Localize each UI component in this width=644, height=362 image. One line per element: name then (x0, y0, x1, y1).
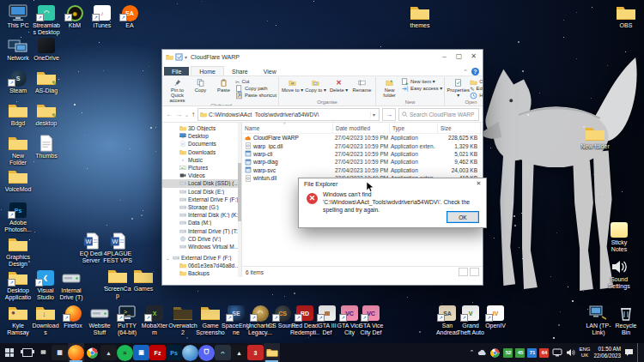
collapse-ribbon-icon[interactable]: ⌃ (463, 69, 468, 75)
desktop-icon-thumbs[interactable]: Thumbs (32, 135, 61, 160)
desktop-icon-visual-studio-code[interactable]: ❮↗Visual Studio Code (31, 269, 60, 302)
tab-view[interactable]: View (256, 67, 284, 75)
desktop-icon-games[interactable]: Games (129, 268, 158, 293)
nav-item-documents[interactable]: Documents (162, 140, 241, 148)
discord-app[interactable]: ᗜ (198, 343, 215, 362)
nav-item-external-drive-f-f[interactable]: ⌄External Drive F (F:) (162, 254, 241, 262)
desktop-icon-ea[interactable]: EA↗EA (115, 4, 144, 29)
network-icon[interactable] (552, 348, 562, 357)
nav-item-backups[interactable]: Backups (162, 269, 241, 277)
forward-icon[interactable]: → (175, 111, 182, 118)
desktop-icon-game-screenshots[interactable]: Game Screenshots (196, 305, 225, 337)
help-icon[interactable]: ? (471, 68, 479, 75)
desktop-icon-new-folder[interactable]: New Folder (3, 135, 33, 166)
desktop-icon-eq-dedi-server-inf[interactable]: WEQ Dedi Server Inf... (76, 232, 106, 265)
start-button[interactable] (0, 343, 19, 362)
paste-button[interactable]: Paste (212, 77, 235, 93)
dark-game-app[interactable]: ▲ (100, 343, 117, 362)
address-bar[interactable]: C:\Windows\AAct_Tools\wdvdriver\a54WDV\ … (197, 108, 380, 121)
photos-app[interactable]: ▣ (133, 343, 149, 362)
desktop-icon-kbm[interactable]: ◉↗KbM (60, 4, 89, 29)
desktop-icon-sticky-notes-classic[interactable]: Sticky Notes (classic) (605, 221, 634, 254)
rename-button[interactable]: Rename (350, 77, 374, 93)
tab-home[interactable]: Home (191, 66, 224, 75)
tray-badge-52[interactable]: 52 (503, 348, 513, 358)
column-header-name[interactable]: ⌃Name (242, 123, 333, 133)
nav-item-pictures[interactable]: Pictures (162, 164, 241, 172)
desktop-icon-overwatch-2-screenshots[interactable]: Overwatch 2 Screenshots (168, 305, 197, 337)
task-view-button[interactable] (19, 343, 35, 362)
desktop-icon-obs[interactable]: OBS (611, 4, 641, 29)
up-icon[interactable]: ↑ (191, 111, 195, 118)
action-center-icon[interactable] (624, 348, 634, 357)
nav-item-data-m[interactable]: Data (M:) (162, 219, 241, 226)
file-row-warp-ipc-dll[interactable]: warp_ipc.dll 27/04/2023 10:59 PM Applica… (242, 142, 483, 149)
nav-item-cd-drive-v[interactable]: CD Drive (V:) (162, 235, 241, 243)
nav-item-storage-g[interactable]: Storage (G:) (162, 203, 241, 211)
desktop-icon-bdgd[interactable]: Bdgd (3, 102, 33, 127)
firefox-app[interactable] (68, 343, 84, 362)
desktop-icon-voicemod[interactable]: VoiceMod (3, 168, 33, 193)
move-to-button[interactable]: Move to ▾ (281, 77, 304, 93)
nav-item-internal-disk-k-k[interactable]: Internal Disk (K:) (K:) (162, 211, 241, 219)
nav-item-internal-drive-t-t[interactable]: Internal Drive (T) (T:) (162, 226, 241, 234)
nav-item-videos[interactable]: Videos (162, 172, 241, 179)
filezilla-app[interactable]: Fz (149, 343, 166, 362)
desktop-icon-itunes[interactable]: ♪↗iTunes (88, 4, 117, 29)
desktop-icon-gta-vice-city-def-edition[interactable]: VC↗GTA Vice City Def Edition (356, 305, 386, 337)
desktop-icon-mobaxterm[interactable]: X↗MobaXterm (140, 305, 169, 336)
details-view-button[interactable] (459, 268, 468, 276)
robot-app[interactable]: ᴖ (215, 343, 231, 362)
desktop-icon-themes[interactable]: themes (405, 4, 434, 29)
desktop-icon-kyle-ramsay[interactable]: ●Kyle Ramsay (3, 305, 33, 336)
nav-item-3d-objects[interactable]: 3D Objects (162, 124, 241, 132)
desktop-icon-adobe-photosh[interactable]: Ps↗Adobe Photosh... (3, 202, 33, 233)
search-box[interactable]: Search CloudFlare WARP (398, 108, 479, 121)
new-folder-button[interactable]: New folder (378, 77, 401, 98)
nav-item-external-drive-f-f[interactable]: External Drive F (F:) (162, 196, 241, 203)
desktop-icon-streamlabs-desktop[interactable]: ◠↗Streamlabs Desktop (32, 4, 61, 36)
photoshop-app[interactable]: Ps (166, 343, 182, 362)
chrome-tray-icon[interactable] (490, 348, 500, 358)
copy-button[interactable]: Copy (189, 77, 212, 93)
tray-badge-45[interactable]: 45 (515, 348, 525, 358)
tray-chevron-icon[interactable]: ⌃ (470, 349, 475, 356)
clock[interactable]: 01:50 AM22/06/2023 (593, 346, 621, 359)
back-icon[interactable]: ← (166, 111, 173, 118)
red-app[interactable]: 3 (247, 343, 264, 362)
file-row-warp-cli[interactable]: warp-cli 27/04/2023 10:59 PM Application… (242, 150, 483, 158)
nav-item-downloads[interactable]: ↓Downloads (162, 148, 241, 156)
desktop-icon-this-pc[interactable]: This PC (3, 4, 33, 29)
desktop-icon-screencap[interactable]: ScreenCap (103, 268, 132, 299)
tab-file[interactable]: File (164, 67, 189, 75)
column-header-size[interactable]: Size (438, 123, 481, 133)
language-indicator[interactable]: ENGUK (579, 347, 590, 359)
spotify-app[interactable]: ≈ (117, 343, 133, 362)
pin-to-quick-access-button[interactable]: Pin to Quick access (166, 77, 189, 103)
icons-view-button[interactable] (470, 268, 479, 276)
nav-item-windows-virtual-memory[interactable]: Windows Virtual Memory ( (162, 243, 241, 250)
file-explorer[interactable] (264, 343, 280, 362)
qat-dropdown-icon[interactable]: ▾ (185, 54, 187, 60)
desktop-icon-internal-drive-t[interactable]: Internal Drive (T) (57, 269, 86, 301)
desktop-icon-graphics-design[interactable]: Graphics Design (3, 236, 33, 268)
properties-button[interactable]: Properties ▾ (447, 77, 470, 98)
dialog-close-icon[interactable]: ✕ (471, 180, 486, 187)
desktop-icon-steam[interactable]: S↗Steam (3, 69, 33, 94)
store-app[interactable]: ▦ (52, 343, 68, 362)
mail-app[interactable]: ✉ (35, 343, 52, 362)
nav-scrollbar[interactable] (238, 123, 241, 277)
copy-to-button[interactable]: Copy to ▾ (304, 77, 327, 93)
nav-item-local-disk-e[interactable]: Local Disk (E:) (162, 188, 241, 196)
desktop-icon-as-diag[interactable]: ✎AS-Diag (32, 69, 61, 94)
nav-item-music[interactable]: ♪Music (162, 156, 241, 164)
easy-access-button[interactable]: Easy access ▾ (401, 85, 442, 92)
recent-locations-icon[interactable]: ⌄ (185, 112, 189, 118)
delete-button[interactable]: ✕Delete ▾ (327, 77, 350, 93)
paste-shortcut-button[interactable]: Paste shortcut (235, 92, 276, 99)
column-header-date-modified[interactable]: Date modified (333, 123, 390, 133)
browser-app[interactable] (182, 343, 198, 362)
desktop-icon-new-folder[interactable]: New folder (580, 125, 610, 150)
desktop-icon-sound-settings[interactable]: Sound Settings (605, 258, 634, 290)
column-header-type[interactable]: Type (390, 123, 438, 133)
